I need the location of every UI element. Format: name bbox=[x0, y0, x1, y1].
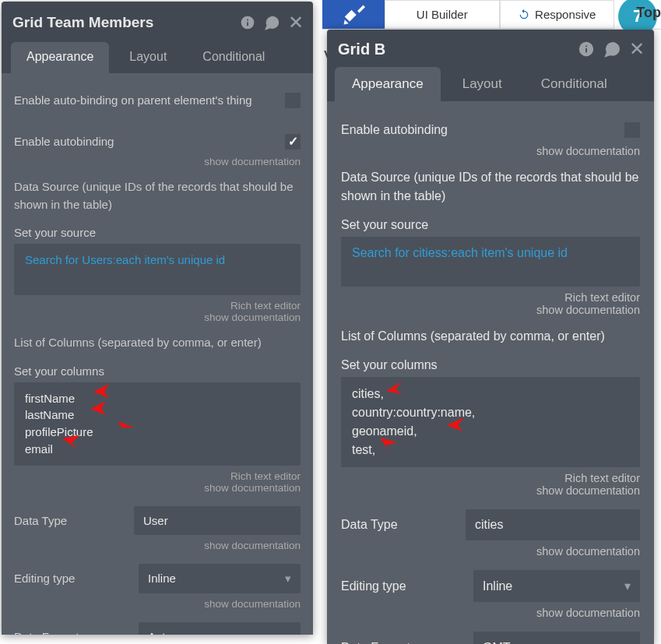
data-type-input[interactable] bbox=[134, 506, 301, 535]
show-doc-link[interactable]: show documentation bbox=[14, 311, 301, 323]
tab-conditional[interactable]: Conditional bbox=[524, 67, 624, 101]
svg-marker-4 bbox=[386, 382, 402, 394]
enable-parent-binding-checkbox[interactable] bbox=[285, 93, 301, 108]
data-type-input[interactable] bbox=[466, 509, 640, 540]
editing-type-label: Editing type bbox=[341, 579, 466, 593]
date-format-label: Date Format bbox=[14, 630, 131, 635]
enable-autobinding-checkbox[interactable] bbox=[285, 134, 301, 150]
tab-layout[interactable]: Layout bbox=[445, 67, 519, 101]
refresh-icon bbox=[518, 9, 530, 21]
close-icon[interactable]: ✕ bbox=[288, 13, 304, 32]
panel-header: Grid B ✕ bbox=[327, 30, 654, 67]
inspector-panel-b: Grid B ✕ Appearance Layout Conditional E… bbox=[327, 30, 654, 644]
chat-icon[interactable] bbox=[263, 14, 280, 31]
annotation-arrow bbox=[93, 384, 117, 398]
editing-type-label: Editing type bbox=[14, 572, 131, 585]
panel-body: Enable auto-binding on parent element's … bbox=[2, 73, 313, 635]
show-doc-link[interactable]: show documentation bbox=[341, 545, 640, 558]
show-doc-link[interactable]: show documentation bbox=[14, 482, 301, 494]
editor-top-chrome: UI Builder Responsive 7 bbox=[322, 0, 661, 30]
annotation-arrow bbox=[114, 421, 137, 437]
show-doc-link[interactable]: show documentation bbox=[14, 156, 301, 167]
rich-text-link[interactable]: Rich text editor bbox=[14, 300, 301, 311]
svg-marker-6 bbox=[380, 438, 397, 453]
tabs-row: Appearance Layout Conditional bbox=[2, 42, 313, 73]
show-doc-link[interactable]: show documentation bbox=[341, 484, 640, 497]
select-value: Inline bbox=[148, 572, 176, 585]
show-doc-link[interactable]: show documentation bbox=[14, 598, 301, 610]
column-entry: lastName bbox=[25, 406, 290, 424]
column-entry: country:country:name, bbox=[352, 403, 629, 422]
tab-appearance[interactable]: Appearance bbox=[335, 67, 441, 101]
caret-down-icon: ▾ bbox=[624, 640, 631, 644]
show-doc-link[interactable]: show documentation bbox=[341, 145, 640, 157]
svg-marker-0 bbox=[93, 384, 109, 398]
editing-type-select[interactable]: Inline ▾ bbox=[139, 564, 301, 593]
panel-title: Grid B bbox=[338, 40, 578, 58]
annotation-arrow bbox=[385, 380, 405, 394]
enable-autobinding-label: Enable autobinding bbox=[341, 121, 617, 139]
enable-parent-binding-label: Enable auto-binding on parent element's … bbox=[14, 92, 277, 108]
date-format-select[interactable]: GMT ▾ bbox=[473, 632, 640, 644]
enable-autobinding-checkbox[interactable] bbox=[624, 122, 640, 138]
rich-text-link[interactable]: Rich text editor bbox=[341, 472, 640, 484]
svg-marker-5 bbox=[447, 417, 464, 431]
source-expression[interactable]: Search for citiess:each item's unique id bbox=[352, 246, 568, 259]
source-expression[interactable]: Search for Users:each item's unique id bbox=[25, 253, 225, 266]
svg-marker-1 bbox=[90, 401, 106, 415]
select-value: Auto bbox=[148, 630, 172, 635]
source-expression-box[interactable]: Search for citiess:each item's unique id bbox=[341, 237, 640, 287]
tabs-row: Appearance Layout Conditional bbox=[327, 67, 654, 101]
panel-header: Grid Team Members ✕ bbox=[2, 2, 313, 42]
list-columns-description: List of Columns (separated by comma, or … bbox=[14, 328, 301, 360]
select-value: Inline bbox=[483, 579, 512, 593]
enable-autobinding-label: Enable autobinding bbox=[14, 133, 277, 150]
annotation-arrow bbox=[447, 417, 470, 431]
set-source-label: Set your source bbox=[14, 221, 301, 244]
column-entry: firstName bbox=[25, 390, 290, 407]
close-icon[interactable]: ✕ bbox=[629, 40, 645, 58]
info-icon[interactable] bbox=[240, 15, 255, 30]
svg-marker-3 bbox=[62, 435, 79, 449]
wrench-icon bbox=[342, 3, 365, 26]
date-format-select[interactable]: Auto ▾ bbox=[139, 622, 301, 635]
annotation-arrow bbox=[62, 435, 86, 451]
data-type-label: Data Type bbox=[14, 514, 126, 527]
set-source-label: Set your source bbox=[341, 213, 640, 237]
tab-responsive[interactable]: Responsive bbox=[500, 0, 615, 29]
columns-box[interactable]: cities, country:country:name, geonameid,… bbox=[341, 377, 640, 467]
caret-down-icon: ▾ bbox=[285, 572, 291, 586]
set-columns-label: Set your columns bbox=[341, 354, 640, 377]
show-doc-link[interactable]: show documentation bbox=[341, 304, 640, 316]
info-icon[interactable] bbox=[578, 40, 595, 58]
tab-ui-builder[interactable]: UI Builder bbox=[385, 0, 500, 29]
tab-conditional[interactable]: Conditional bbox=[187, 42, 280, 73]
caret-down-icon: ▾ bbox=[285, 630, 291, 635]
chat-icon[interactable] bbox=[603, 40, 621, 58]
footer-filename bbox=[0, 635, 322, 644]
data-source-description: Data Source (unique IDs of the records t… bbox=[14, 172, 301, 221]
inspector-panel-a: Grid Team Members ✕ Appearance Layout Co… bbox=[2, 2, 313, 635]
source-expression-box[interactable]: Search for Users:each item's unique id bbox=[14, 244, 301, 295]
rich-text-link[interactable]: Rich text editor bbox=[14, 470, 301, 482]
panel-body: Enable autobinding show documentation Da… bbox=[327, 101, 654, 644]
tab-layout[interactable]: Layout bbox=[114, 42, 182, 73]
data-source-description: Data Source (unique IDs of the records t… bbox=[341, 162, 640, 213]
list-columns-description: List of Columns (separated by comma, or … bbox=[341, 321, 640, 354]
caret-down-icon: ▾ bbox=[624, 579, 631, 593]
top-partial-text: Top bbox=[633, 5, 661, 21]
editing-type-select[interactable]: Inline ▾ bbox=[473, 570, 640, 602]
select-value: GMT bbox=[483, 641, 511, 644]
data-type-label: Data Type bbox=[341, 518, 458, 532]
tab-appearance[interactable]: Appearance bbox=[11, 42, 109, 73]
date-format-label: Date Format bbox=[341, 641, 466, 644]
tab-label: UI Builder bbox=[417, 8, 468, 21]
show-doc-link[interactable]: show documentation bbox=[341, 607, 640, 619]
rich-text-link[interactable]: Rich text editor bbox=[341, 291, 640, 304]
show-doc-link[interactable]: show documentation bbox=[14, 540, 301, 551]
set-columns-label: Set your columns bbox=[14, 360, 301, 382]
annotation-arrow bbox=[377, 438, 399, 453]
columns-box[interactable]: firstName lastName profilePicture email bbox=[14, 382, 301, 466]
svg-marker-2 bbox=[118, 421, 134, 437]
logo-square bbox=[322, 0, 385, 29]
